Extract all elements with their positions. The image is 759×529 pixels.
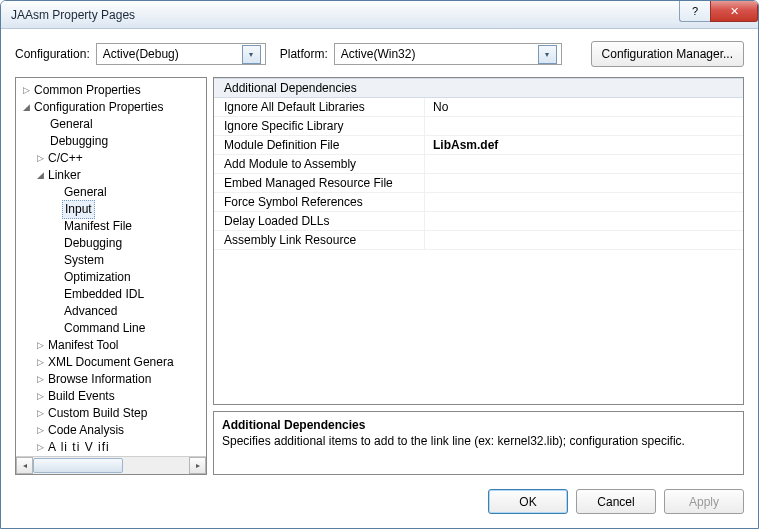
expand-icon: ▷ [34, 388, 46, 405]
chevron-down-icon: ▾ [242, 45, 261, 64]
tree-item-custombuild[interactable]: ▷Custom Build Step [20, 405, 206, 422]
configuration-manager-button[interactable]: Configuration Manager... [591, 41, 744, 67]
titlebar: JAAsm Property Pages ? ✕ [1, 1, 758, 29]
tree-item-linker-input[interactable]: Input [20, 201, 206, 218]
expand-icon: ▷ [34, 337, 46, 354]
tree-item-manifest-tool[interactable]: ▷Manifest Tool [20, 337, 206, 354]
grid-row[interactable]: Module Definition FileLibAsm.def [214, 136, 743, 155]
tree-hscrollbar[interactable]: ◂ ▸ [16, 456, 206, 474]
platform-label: Platform: [280, 47, 328, 61]
tree-item-debugging[interactable]: Debugging [20, 133, 206, 150]
grid-row[interactable]: Delay Loaded DLLs [214, 212, 743, 231]
tree-item-config-props[interactable]: ◢Configuration Properties [20, 99, 206, 116]
scroll-track[interactable] [33, 457, 189, 474]
grid-key: Add Module to Assembly [214, 155, 425, 173]
scroll-thumb[interactable] [33, 458, 123, 473]
grid-key: Ignore All Default Libraries [214, 98, 425, 116]
configuration-value: Active(Debug) [103, 47, 242, 61]
configuration-label: Configuration: [15, 47, 90, 61]
tree-item-linker[interactable]: ◢Linker [20, 167, 206, 184]
property-pages-window: JAAsm Property Pages ? ✕ Configuration: … [0, 0, 759, 529]
tree-item-browseinfo[interactable]: ▷Browse Information [20, 371, 206, 388]
expand-icon: ▷ [34, 150, 46, 167]
grid-key: Delay Loaded DLLs [214, 212, 425, 230]
grid-value[interactable]: LibAsm.def [425, 138, 743, 152]
expand-icon: ▷ [34, 439, 46, 456]
arrow-left-icon: ◂ [23, 461, 27, 470]
close-icon: ✕ [730, 5, 739, 18]
platform-value: Active(Win32) [341, 47, 538, 61]
dialog-body: ▷Common Properties ◢Configuration Proper… [1, 77, 758, 481]
tree-item-linker-manifest[interactable]: Manifest File [20, 218, 206, 235]
description-text: Specifies additional items to add to the… [222, 434, 735, 448]
expand-icon: ▷ [20, 82, 32, 99]
window-title: JAAsm Property Pages [11, 8, 679, 22]
tree-item-cpp[interactable]: ▷C/C++ [20, 150, 206, 167]
tree-item-linker-system[interactable]: System [20, 252, 206, 269]
configuration-combo[interactable]: Active(Debug) ▾ [96, 43, 266, 65]
scroll-left-button[interactable]: ◂ [16, 457, 33, 474]
tree-item-linker-cmdline[interactable]: Command Line [20, 320, 206, 337]
help-icon: ? [692, 5, 698, 17]
grid-row[interactable]: Ignore Specific Library [214, 117, 743, 136]
expand-icon: ▷ [34, 422, 46, 439]
cancel-button[interactable]: Cancel [576, 489, 656, 514]
expand-icon: ▷ [34, 354, 46, 371]
platform-combo[interactable]: Active(Win32) ▾ [334, 43, 562, 65]
right-pane: Additional Dependencies Ignore All Defau… [213, 77, 744, 475]
ok-button[interactable]: OK [488, 489, 568, 514]
tree-item-linker-debugging[interactable]: Debugging [20, 235, 206, 252]
grid-key: Embed Managed Resource File [214, 174, 425, 192]
tree-item-linker-optimization[interactable]: Optimization [20, 269, 206, 286]
scroll-right-button[interactable]: ▸ [189, 457, 206, 474]
tree-item-buildevents[interactable]: ▷Build Events [20, 388, 206, 405]
tree-item-general[interactable]: General [20, 116, 206, 133]
tree-item-common[interactable]: ▷Common Properties [20, 82, 206, 99]
grid-row[interactable]: Add Module to Assembly [214, 155, 743, 174]
description-box: Additional Dependencies Specifies additi… [213, 411, 744, 475]
tree-item-linker-embeddedidl[interactable]: Embedded IDL [20, 286, 206, 303]
titlebar-buttons: ? ✕ [679, 1, 758, 28]
collapse-icon: ◢ [34, 167, 46, 184]
grid-key: Ignore Specific Library [214, 117, 425, 135]
grid-row[interactable]: Assembly Link Resource [214, 231, 743, 250]
grid-row[interactable]: Ignore All Default LibrariesNo [214, 98, 743, 117]
grid-row[interactable]: Force Symbol References [214, 193, 743, 212]
tree-item-codeanalysis[interactable]: ▷Code Analysis [20, 422, 206, 439]
chevron-down-icon: ▾ [538, 45, 557, 64]
property-grid: Additional Dependencies Ignore All Defau… [213, 77, 744, 405]
grid-value[interactable]: No [425, 100, 743, 114]
tree-item-linker-general[interactable]: General [20, 184, 206, 201]
description-title: Additional Dependencies [222, 418, 735, 432]
tree-items: ▷Common Properties ◢Configuration Proper… [16, 78, 206, 456]
tree-item-appverif[interactable]: ▷A li ti V ifi [20, 439, 206, 456]
expand-icon: ▷ [34, 405, 46, 422]
collapse-icon: ◢ [20, 99, 32, 116]
grid-row[interactable]: Embed Managed Resource File [214, 174, 743, 193]
apply-button[interactable]: Apply [664, 489, 744, 514]
grid-key: Force Symbol References [214, 193, 425, 211]
grid-row[interactable]: Additional Dependencies [214, 78, 743, 98]
arrow-right-icon: ▸ [196, 461, 200, 470]
tree-item-linker-advanced[interactable]: Advanced [20, 303, 206, 320]
grid-key: Module Definition File [214, 136, 425, 154]
expand-icon: ▷ [34, 371, 46, 388]
tree-item-xmldoc[interactable]: ▷XML Document Genera [20, 354, 206, 371]
close-button[interactable]: ✕ [710, 1, 758, 22]
help-button[interactable]: ? [679, 1, 710, 22]
dialog-footer: OK Cancel Apply [1, 481, 758, 528]
category-tree: ▷Common Properties ◢Configuration Proper… [15, 77, 207, 475]
config-toolbar: Configuration: Active(Debug) ▾ Platform:… [1, 29, 758, 77]
grid-key: Assembly Link Resource [214, 231, 425, 249]
grid-key: Additional Dependencies [214, 79, 425, 97]
